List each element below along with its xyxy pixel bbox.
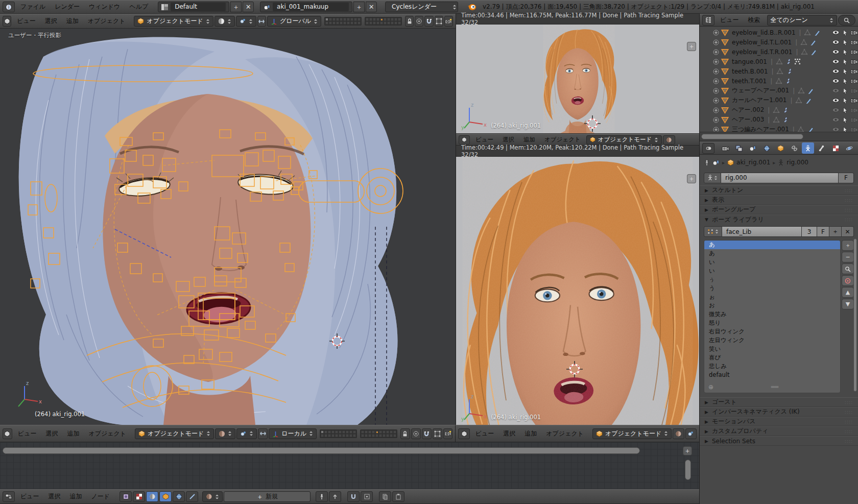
expand-icon[interactable] [712, 29, 720, 36]
add-layout-button[interactable]: ＋ [230, 2, 242, 12]
panel-grip[interactable]: :::: [845, 400, 853, 405]
expand-icon[interactable] [712, 38, 720, 46]
visibility-toggle-icon[interactable] [832, 29, 840, 36]
visibility-toggle-icon[interactable] [832, 48, 840, 56]
menu-item[interactable]: 選択 [40, 17, 62, 25]
outliner-row[interactable]: teeth.T.001| [700, 76, 858, 86]
properties-tab-data[interactable] [802, 142, 814, 154]
pin-icon[interactable] [316, 491, 328, 502]
menu-item[interactable]: 追加 [62, 17, 83, 25]
outliner-hscrollbar[interactable] [701, 134, 803, 139]
renderability-toggle-icon[interactable] [850, 48, 858, 56]
layer-cell[interactable] [347, 18, 350, 21]
pose-list-resize-grip[interactable]: ══ [771, 383, 778, 391]
menu-item[interactable]: レンダー [50, 3, 84, 10]
editor-type-3dview-button-2[interactable] [459, 135, 470, 145]
properties-tab-render-layers[interactable] [733, 142, 745, 154]
pose-list-item[interactable]: い [704, 267, 840, 275]
layer-cell[interactable] [336, 18, 339, 21]
snap-node-icon[interactable] [347, 491, 360, 502]
layer-cell[interactable] [335, 430, 338, 434]
mode-selector-2[interactable]: オブジェクトモード [586, 135, 662, 145]
region-expand-button[interactable]: ＋ [687, 174, 696, 183]
node-tree-material-toggle[interactable] [146, 491, 158, 502]
properties-tab-constraints[interactable] [788, 142, 800, 154]
paste-nodes-icon[interactable] [392, 491, 404, 502]
menu-item[interactable]: 追加 [519, 136, 540, 143]
wrench-badge-icon[interactable] [784, 58, 792, 65]
layer-cell[interactable] [350, 21, 353, 25]
breadcrumb-object-label[interactable]: aki_rig.001 [736, 159, 770, 166]
wrench-badge-icon[interactable] [784, 77, 792, 85]
pose-lib-add-button[interactable]: ＋ [829, 226, 842, 237]
expand-icon[interactable] [712, 58, 720, 65]
layer-grid-2[interactable] [365, 17, 402, 26]
layer-cell[interactable] [328, 434, 331, 437]
layer-cell[interactable] [383, 434, 386, 437]
manipulator-toggle[interactable] [257, 16, 266, 27]
render-opengl-button-3[interactable] [443, 428, 453, 439]
menu-item[interactable]: ビュー [471, 430, 499, 437]
layer-cell[interactable] [331, 434, 335, 437]
outliner-row[interactable]: カールヘアー1.001| [700, 95, 858, 105]
snap-magnet-toggle[interactable] [424, 16, 433, 27]
renderability-toggle-icon[interactable] [850, 77, 858, 85]
object-name[interactable]: カールヘアー1.001 [732, 96, 786, 105]
pose-lib-name-field[interactable]: face_Lib [722, 226, 802, 237]
layer-cell[interactable] [354, 21, 357, 25]
pose-list-item[interactable]: 右目ウィンク [704, 327, 840, 336]
properties-tab-scene[interactable] [747, 142, 759, 154]
transform-orientation-selector-3[interactable]: ローカル [269, 428, 317, 439]
menu-item[interactable]: 選択 [498, 136, 519, 143]
visibility-toggle-icon[interactable] [832, 97, 840, 104]
layer-cell[interactable] [349, 434, 352, 437]
layer-cell[interactable] [373, 18, 376, 21]
layer-cell[interactable] [398, 21, 401, 25]
mesh-object-icon[interactable] [721, 38, 729, 46]
panel-grip[interactable]: :::: [845, 429, 853, 434]
layer-cell[interactable] [354, 18, 357, 21]
snap-element-selector[interactable] [435, 16, 443, 27]
layer-cell[interactable] [390, 430, 393, 434]
viewport-shading-selector-4[interactable] [673, 428, 684, 439]
layer-cell[interactable] [390, 434, 393, 437]
layer-cell[interactable] [321, 434, 324, 437]
mesh-badge-icon[interactable] [797, 87, 805, 94]
editor-type-node-button[interactable] [3, 491, 15, 502]
layer-cell[interactable] [366, 18, 369, 21]
menu-item[interactable]: オブジェクト [541, 430, 588, 437]
mesh-object-icon[interactable] [721, 97, 729, 104]
pivot-point-selector[interactable] [236, 16, 256, 27]
layer-cell[interactable] [393, 430, 396, 434]
renderability-toggle-icon[interactable] [850, 67, 858, 75]
mesh-badge-icon[interactable] [804, 29, 812, 36]
parent-node-icon[interactable] [329, 491, 341, 502]
layer-cell[interactable] [384, 21, 387, 25]
proportional-edit-toggle[interactable] [415, 16, 423, 27]
layer-cell[interactable] [398, 18, 401, 21]
pose-list-item[interactable]: お [704, 301, 840, 310]
layer-cell[interactable] [386, 434, 389, 437]
visibility-toggle-icon[interactable] [832, 38, 840, 46]
selectability-toggle-icon[interactable] [841, 77, 849, 85]
visibility-toggle-icon[interactable] [832, 67, 840, 75]
layer-cell[interactable] [340, 18, 343, 21]
snap-magnet-toggle-3[interactable] [422, 428, 432, 439]
pose-lib-fake-user-button[interactable]: F [817, 226, 829, 237]
pose-list-item[interactable]: 悲しみ [704, 362, 840, 371]
layer-cell[interactable] [379, 430, 382, 434]
panel-grip[interactable]: :::: [845, 188, 853, 193]
layer-cell[interactable] [346, 430, 349, 434]
expand-icon[interactable] [712, 87, 720, 94]
proportional-edit-toggle-3[interactable] [411, 428, 421, 439]
pencil-badge-icon[interactable] [804, 97, 812, 104]
node-editor-hscrollbar[interactable] [3, 447, 640, 454]
object-name[interactable]: teeth.B.001 [732, 68, 768, 75]
layer-cell[interactable] [372, 434, 375, 437]
layer-cell[interactable] [394, 18, 397, 21]
properties-tab-texture[interactable] [829, 142, 842, 154]
pose-list-item[interactable]: ぉ [704, 293, 840, 301]
layer-cell[interactable] [373, 21, 376, 25]
editor-type-outliner-button[interactable] [702, 15, 714, 26]
mesh-object-icon[interactable] [721, 58, 729, 65]
